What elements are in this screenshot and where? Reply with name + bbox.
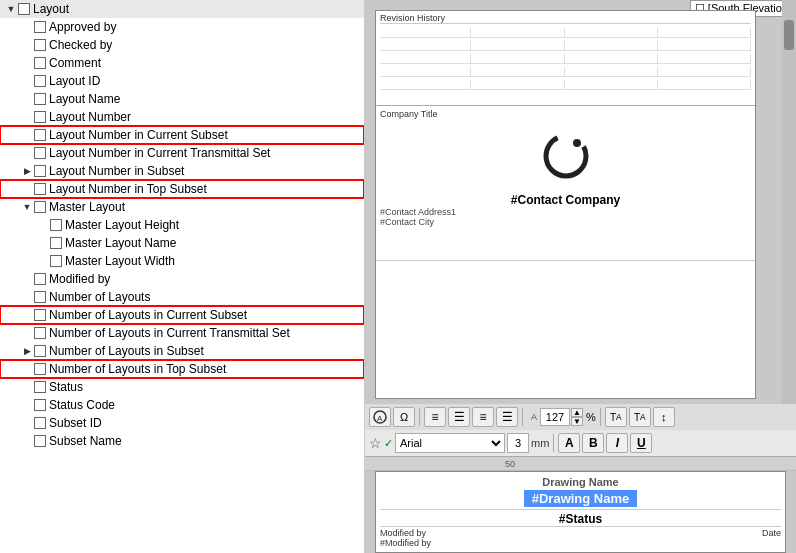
tree-checkbox[interactable] <box>34 57 46 69</box>
tree-item-number-of-layouts[interactable]: Number of Layouts <box>0 288 364 306</box>
tree-item-layout-number-subset[interactable]: ▶Layout Number in Subset <box>0 162 364 180</box>
tree-checkbox[interactable] <box>34 93 46 105</box>
tree-item-checked-by[interactable]: Checked by <box>0 36 364 54</box>
omega-button[interactable]: Ω <box>393 407 415 427</box>
font-size-down[interactable]: ▼ <box>571 417 583 426</box>
tree-checkbox[interactable] <box>34 399 46 411</box>
expand-icon <box>20 434 34 448</box>
tree-item-label: Layout Name <box>49 92 120 106</box>
company-title-label: Company Title <box>380 109 438 119</box>
font-size-input[interactable] <box>540 408 570 426</box>
expand-icon <box>20 272 34 286</box>
align-right-button[interactable]: ≡ <box>472 407 494 427</box>
tree-item-layout-number-current-subset[interactable]: Layout Number in Current Subset <box>0 126 364 144</box>
align-center-button[interactable]: ☰ <box>448 407 470 427</box>
tree-panel: ▼LayoutApproved byChecked byCommentLayou… <box>0 0 365 553</box>
tree-checkbox[interactable] <box>34 75 46 87</box>
tree-checkbox[interactable] <box>34 201 46 213</box>
tree-checkbox[interactable] <box>50 237 62 249</box>
line-spacing-input[interactable] <box>507 433 529 453</box>
expand-icon <box>20 380 34 394</box>
tree-checkbox[interactable] <box>34 21 46 33</box>
tree-checkbox[interactable] <box>34 39 46 51</box>
tree-item-approved-by[interactable]: Approved by <box>0 18 364 36</box>
tree-item-label: Number of Layouts in Subset <box>49 344 204 358</box>
status-value: #Status <box>559 512 602 526</box>
tree-item-status[interactable]: Status <box>0 378 364 396</box>
tree-checkbox[interactable] <box>34 381 46 393</box>
tree-item-number-of-layouts-top-subset[interactable]: Number of Layouts in Top Subset <box>0 360 364 378</box>
tree-checkbox[interactable] <box>34 363 46 375</box>
drawing-area: ☐ [South Elevation] Revision History <box>365 0 796 404</box>
tree-checkbox[interactable] <box>34 273 46 285</box>
tree-item-layout-root[interactable]: ▼Layout <box>0 0 364 18</box>
underline-button[interactable]: U <box>630 433 652 453</box>
tree-item-label: Layout Number in Current Subset <box>49 128 228 142</box>
text-align-ta2[interactable]: TA <box>629 407 651 427</box>
tree-checkbox[interactable] <box>34 165 46 177</box>
italic-button[interactable]: I <box>606 433 628 453</box>
tree-item-label: Number of Layouts in Current Subset <box>49 308 247 322</box>
tree-item-layout-number-top-subset[interactable]: Layout Number in Top Subset <box>0 180 364 198</box>
tree-item-modified-by[interactable]: Modified by <box>0 270 364 288</box>
tree-item-number-of-layouts-current-transmittal[interactable]: Number of Layouts in Current Transmittal… <box>0 324 364 342</box>
tree-checkbox[interactable] <box>34 327 46 339</box>
tree-checkbox[interactable] <box>34 309 46 321</box>
tree-item-number-of-layouts-current-subset[interactable]: Number of Layouts in Current Subset <box>0 306 364 324</box>
font-size-up[interactable]: ▲ <box>571 408 583 417</box>
right-panel: ☐ [South Elevation] Revision History <box>365 0 796 553</box>
tree-item-layout-id[interactable]: Layout ID <box>0 72 364 90</box>
color-button[interactable]: A <box>558 433 580 453</box>
tree-checkbox[interactable] <box>18 3 30 15</box>
tree-item-label: Approved by <box>49 20 116 34</box>
tree-checkbox[interactable] <box>34 111 46 123</box>
vertical-scrollbar[interactable] <box>782 0 796 404</box>
expand-icon <box>36 236 50 250</box>
expand-icon <box>20 290 34 304</box>
tree-item-label: Number of Layouts in Current Transmittal… <box>49 326 290 340</box>
tree-item-layout-number-current-transmittal[interactable]: Layout Number in Current Transmittal Set <box>0 144 364 162</box>
expand-icon[interactable]: ▶ <box>20 344 34 358</box>
tree-item-subset-name[interactable]: Subset Name <box>0 432 364 450</box>
tree-checkbox[interactable] <box>50 255 62 267</box>
ruler: 50 <box>365 457 796 471</box>
bold-button[interactable]: B <box>582 433 604 453</box>
tree-checkbox[interactable] <box>34 291 46 303</box>
text-format-button[interactable]: A <box>369 407 391 427</box>
tree-checkbox[interactable] <box>34 147 46 159</box>
tree-checkbox[interactable] <box>34 183 46 195</box>
expand-icon <box>36 218 50 232</box>
expand-icon <box>20 398 34 412</box>
toolbar-row1: A Ω ≡ ☰ ≡ ☰ A ▲ ▼ % TA TA ↕ <box>365 404 796 430</box>
text-align-ta1[interactable]: TA <box>605 407 627 427</box>
favorites-icon[interactable]: ☆ <box>369 435 382 451</box>
revision-history-label: Revision History <box>380 13 751 24</box>
company-title-section: Company Title #Contact Company #Contact … <box>376 106 755 261</box>
tree-item-layout-name[interactable]: Layout Name <box>0 90 364 108</box>
tree-item-subset-id[interactable]: Subset ID <box>0 414 364 432</box>
tree-item-master-layout-name[interactable]: Master Layout Name <box>0 234 364 252</box>
tree-item-layout-number[interactable]: Layout Number <box>0 108 364 126</box>
tree-item-label: Layout Number in Current Transmittal Set <box>49 146 270 160</box>
tree-checkbox[interactable] <box>34 417 46 429</box>
expand-icon[interactable]: ▼ <box>4 2 18 16</box>
tree-checkbox[interactable] <box>34 345 46 357</box>
tree-checkbox[interactable] <box>50 219 62 231</box>
tree-item-comment[interactable]: Comment <box>0 54 364 72</box>
tree-item-master-layout[interactable]: ▼Master Layout <box>0 198 364 216</box>
expand-icon[interactable]: ▼ <box>20 200 34 214</box>
bottom-strip: 50 Drawing Name #Drawing Name #Status Mo… <box>365 456 796 553</box>
tree-item-number-of-layouts-in-subset[interactable]: ▶Number of Layouts in Subset <box>0 342 364 360</box>
scrollbar-thumb[interactable] <box>784 20 794 50</box>
font-selector[interactable]: Arial <box>395 433 505 453</box>
tree-item-master-layout-height[interactable]: Master Layout Height <box>0 216 364 234</box>
tree-checkbox[interactable] <box>34 129 46 141</box>
tree-item-status-code[interactable]: Status Code <box>0 396 364 414</box>
align-left-button[interactable]: ≡ <box>424 407 446 427</box>
tree-checkbox[interactable] <box>34 435 46 447</box>
expand-icon[interactable]: ▶ <box>20 164 34 178</box>
align-justify-button[interactable]: ☰ <box>496 407 518 427</box>
text-format-special[interactable]: ↕ <box>653 407 675 427</box>
tree-item-master-layout-width[interactable]: Master Layout Width <box>0 252 364 270</box>
expand-icon <box>20 56 34 70</box>
